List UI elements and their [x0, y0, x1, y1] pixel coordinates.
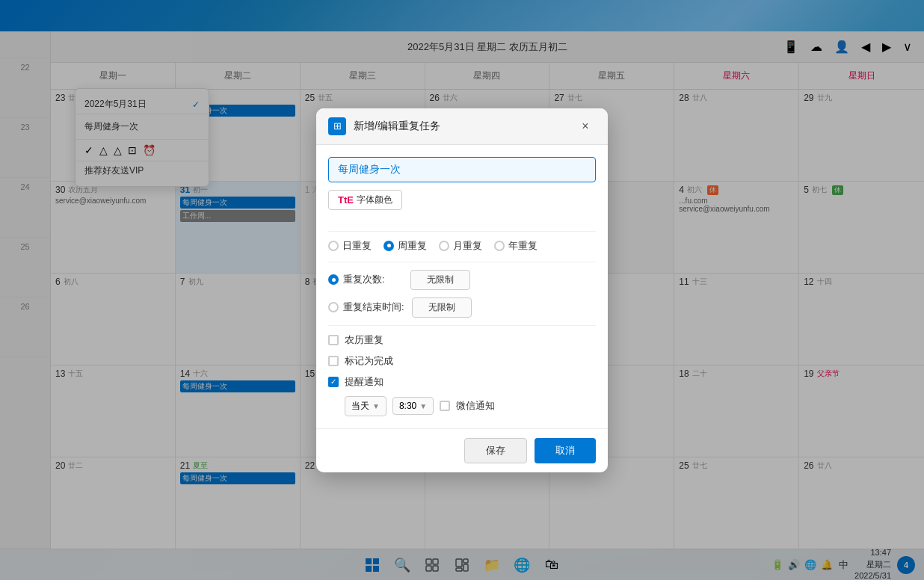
- repeat-end-row: 重复结束时间: 无限制: [328, 297, 596, 318]
- mark-done-checkbox[interactable]: [328, 356, 339, 366]
- radio-monthly[interactable]: 月重复: [439, 239, 482, 253]
- cancel-button[interactable]: 取消: [535, 438, 596, 463]
- radio-weekly-circle: [384, 241, 394, 251]
- radio-yearly-label: 年重复: [508, 239, 538, 253]
- modal-overlay: ⊞ 新增/编辑重复任务 × TtE 字体颜色 日重复: [0, 0, 924, 580]
- font-color-button[interactable]: TtE 字体颜色: [328, 190, 402, 210]
- notify-row: ✓ 提醒通知: [328, 375, 596, 389]
- repeat-count-row: 重复次数: 无限制: [328, 270, 596, 290]
- modal-header: ⊞ 新增/编辑重复任务 ×: [316, 108, 608, 145]
- notify-settings: 当天 ▼ 8:30 ▼ 微信通知: [345, 396, 596, 416]
- mark-done-row: 标记为完成: [328, 354, 596, 368]
- lunar-repeat-checkbox[interactable]: [328, 335, 339, 345]
- wechat-notify-label: 微信通知: [456, 399, 495, 413]
- repeat-end-label: 重复结束时间:: [343, 300, 404, 314]
- notify-time-select[interactable]: 8:30 ▼: [392, 397, 434, 415]
- repeat-type-group: 日重复 周重复 月重复 年重复: [328, 239, 596, 253]
- repeat-end-btn[interactable]: 无限制: [412, 297, 472, 318]
- radio-count-circle[interactable]: [328, 274, 339, 285]
- modal-body: TtE 字体颜色 日重复 周重复 月重复: [316, 145, 608, 428]
- wechat-notify-checkbox[interactable]: [440, 401, 450, 411]
- modal-header-icon: ⊞: [328, 117, 346, 135]
- radio-weekly[interactable]: 周重复: [384, 239, 427, 253]
- repeat-count-label: 重复次数:: [343, 273, 403, 286]
- radio-daily-label: 日重复: [342, 239, 372, 253]
- radio-end-circle[interactable]: [328, 302, 339, 312]
- lunar-repeat-row: 农历重复: [328, 333, 596, 347]
- modal-footer: 保存 取消: [316, 428, 608, 472]
- notify-checkbox[interactable]: ✓: [328, 377, 339, 387]
- notify-label: 提醒通知: [345, 375, 384, 389]
- radio-daily[interactable]: 日重复: [328, 239, 372, 253]
- save-button[interactable]: 保存: [464, 438, 527, 463]
- font-color-label: 字体颜色: [357, 194, 392, 206]
- radio-yearly[interactable]: 年重复: [494, 239, 538, 253]
- radio-monthly-label: 月重复: [453, 239, 482, 253]
- repeat-count-btn[interactable]: 无限制: [410, 270, 470, 290]
- radio-monthly-circle: [439, 241, 449, 251]
- modal-title: 新增/编辑重复任务: [354, 120, 567, 133]
- mark-done-label: 标记为完成: [345, 354, 393, 368]
- modal-dialog: ⊞ 新增/编辑重复任务 × TtE 字体颜色 日重复: [316, 108, 608, 472]
- font-preview: TtE: [338, 194, 354, 206]
- notify-when-value: 当天: [351, 400, 369, 413]
- modal-close-button[interactable]: ×: [575, 116, 596, 137]
- lunar-repeat-label: 农历重复: [345, 333, 384, 347]
- notify-when-arrow: ▼: [372, 402, 380, 410]
- notify-time-arrow: ▼: [419, 402, 427, 410]
- radio-yearly-circle: [494, 241, 505, 251]
- wechat-notify-row: 微信通知: [440, 399, 495, 413]
- radio-daily-circle: [328, 241, 339, 251]
- radio-weekly-label: 周重复: [398, 239, 427, 253]
- notify-time-value: 8:30: [399, 401, 416, 411]
- task-name-input[interactable]: [328, 157, 596, 182]
- notify-when-select[interactable]: 当天 ▼: [345, 396, 386, 416]
